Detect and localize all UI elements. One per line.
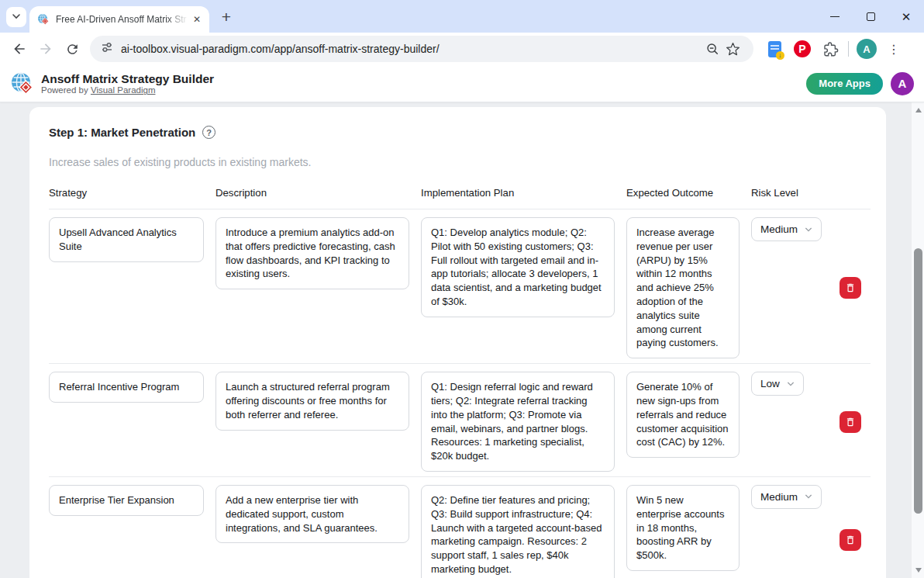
back-arrow-icon <box>12 41 27 57</box>
chevron-down-icon <box>805 226 812 234</box>
app-title: Ansoff Matrix Strategy Builder <box>41 72 214 86</box>
trash-icon <box>845 535 856 545</box>
strategy-input[interactable]: Referral Incentive Program <box>49 372 204 403</box>
table-row: Enterprise Tier Expansion Add a new ente… <box>49 477 871 578</box>
browser-menu-button[interactable]: ⋮ <box>884 39 903 59</box>
risk-level-select[interactable]: Medium <box>751 217 822 241</box>
expected-outcome-input[interactable]: Generate 10% of new sign-ups from referr… <box>626 372 740 458</box>
strategy-input[interactable]: Enterprise Tier Expansion <box>49 485 204 516</box>
column-header-description: Description <box>215 187 409 199</box>
expected-outcome-input[interactable]: Increase average revenue per user (ARPU)… <box>626 217 740 358</box>
pinterest-extension-button[interactable]: P <box>792 39 812 59</box>
browser-tab-strip: Free AI-Driven Ansoff Matrix Str ✕ + ✕ <box>0 0 924 33</box>
download-arrow-icon: ↓ <box>776 51 784 60</box>
implementation-plan-input[interactable]: Q2: Define tier features and pricing; Q3… <box>421 485 615 578</box>
pinterest-icon: P <box>794 40 811 57</box>
delete-row-button[interactable] <box>840 411 861 433</box>
app-title-block: Ansoff Matrix Strategy Builder Powered b… <box>41 72 214 95</box>
extensions-button[interactable] <box>820 39 840 59</box>
visual-paradigm-link[interactable]: Visual Paradigm <box>91 85 156 95</box>
strategy-input[interactable]: Upsell Advanced Analytics Suite <box>49 217 204 262</box>
chevron-down-icon <box>787 380 795 388</box>
user-avatar[interactable]: A <box>891 72 914 95</box>
puzzle-icon <box>822 41 839 57</box>
docs-offline-extension-button[interactable]: ↓ <box>764 39 784 59</box>
scrollbar-down-arrow-icon[interactable] <box>915 568 922 573</box>
step-title-row: Step 1: Market Penetration ? <box>49 126 871 139</box>
column-header-actions <box>833 187 871 199</box>
extensions-area: ↓ P A ⋮ <box>764 39 903 59</box>
window-minimize-button[interactable] <box>817 0 853 33</box>
trash-icon <box>845 417 856 427</box>
description-input[interactable]: Add a new enterprise tier with dedicated… <box>215 485 409 543</box>
help-icon[interactable]: ? <box>202 126 215 139</box>
step-card: Step 1: Market Penetration ? Increase sa… <box>29 107 886 578</box>
table-row: Upsell Advanced Analytics Suite Introduc… <box>49 209 871 364</box>
risk-level-value: Medium <box>760 491 798 503</box>
step-description: Increase sales of existing products in e… <box>49 156 871 168</box>
risk-level-select[interactable]: Low <box>751 372 804 396</box>
column-header-strategy: Strategy <box>49 187 204 199</box>
chevron-down-icon <box>805 493 812 500</box>
page-scrollbar[interactable] <box>911 102 924 578</box>
docs-offline-icon: ↓ <box>768 41 781 57</box>
maximize-icon <box>867 12 875 21</box>
tab-search-button[interactable] <box>6 7 26 27</box>
window-close-icon: ✕ <box>902 11 912 22</box>
powered-by-prefix: Powered by <box>41 85 88 95</box>
forward-arrow-icon <box>38 41 53 57</box>
reload-button[interactable] <box>59 36 85 62</box>
tab-title: Free AI-Driven Ansoff Matrix Str <box>56 14 191 25</box>
description-input[interactable]: Launch a structured referral program off… <box>215 372 409 430</box>
table-row: Referral Incentive Program Launch a stru… <box>49 364 871 477</box>
page-viewport: Step 1: Market Penetration ? Increase sa… <box>0 102 924 578</box>
url-text[interactable]: ai-toolbox.visual-paradigm.com/app/ansof… <box>121 43 440 55</box>
browser-tab-active[interactable]: Free AI-Driven Ansoff Matrix Str ✕ <box>29 6 209 33</box>
scrollbar-thumb[interactable] <box>914 248 922 514</box>
risk-level-value: Low <box>760 378 780 389</box>
delete-row-button[interactable] <box>840 529 861 551</box>
implementation-plan-input[interactable]: Q1: Design referral logic and reward tie… <box>421 372 615 472</box>
tab-close-icon[interactable]: ✕ <box>191 13 203 26</box>
bookmark-star-button[interactable] <box>722 39 743 59</box>
app-logo-icon <box>10 71 35 96</box>
column-header-implementation-plan: Implementation Plan <box>421 187 615 199</box>
forward-button[interactable] <box>33 36 59 62</box>
step-title: Step 1: Market Penetration <box>49 126 195 139</box>
risk-level-value: Medium <box>760 223 798 235</box>
minimize-icon <box>830 16 840 17</box>
trash-icon <box>845 282 856 293</box>
implementation-plan-input[interactable]: Q1: Develop analytics module; Q2: Pilot … <box>421 217 615 317</box>
window-controls: ✕ <box>817 0 924 33</box>
delete-row-button[interactable] <box>840 277 861 299</box>
column-header-expected-outcome: Expected Outcome <box>626 187 740 199</box>
expected-outcome-input[interactable]: Win 5 new enterprise accounts in 18 mont… <box>626 485 740 571</box>
toolbar-separator <box>848 41 849 57</box>
column-header-risk-level: Risk Level <box>751 187 821 199</box>
zoom-out-button[interactable] <box>702 39 722 59</box>
magnifier-minus-icon <box>705 42 719 56</box>
site-settings-icon[interactable] <box>101 41 113 57</box>
table-header-row: Strategy Description Implementation Plan… <box>49 187 871 209</box>
star-icon <box>726 42 740 57</box>
scrollbar-up-arrow-icon[interactable] <box>915 108 922 112</box>
powered-by: Powered by Visual Paradigm <box>41 85 214 95</box>
risk-level-select[interactable]: Medium <box>751 485 822 509</box>
browser-toolbar: ai-toolbox.visual-paradigm.com/app/ansof… <box>0 33 924 65</box>
window-close-button[interactable]: ✕ <box>888 0 924 33</box>
new-tab-button[interactable]: + <box>215 6 237 28</box>
more-apps-button[interactable]: More Apps <box>806 73 883 95</box>
back-button[interactable] <box>6 36 33 62</box>
browser-profile-avatar[interactable]: A <box>857 39 877 59</box>
reload-icon <box>65 42 80 57</box>
address-bar[interactable]: ai-toolbox.visual-paradigm.com/app/ansof… <box>90 36 753 62</box>
app-header: Ansoff Matrix Strategy Builder Powered b… <box>0 65 924 102</box>
window-maximize-button[interactable] <box>853 0 888 33</box>
chevron-down-icon <box>12 10 21 24</box>
site-favicon-icon <box>37 13 50 26</box>
description-input[interactable]: Introduce a premium analytics add-on tha… <box>215 217 409 289</box>
